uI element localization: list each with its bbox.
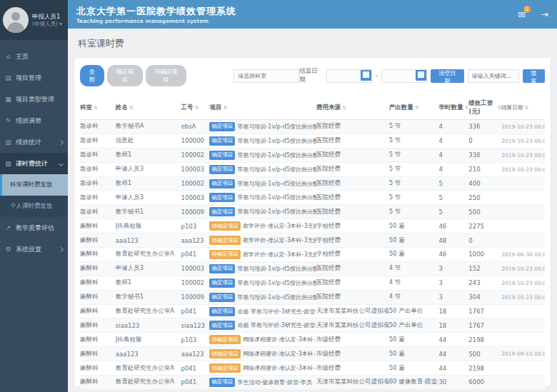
cell-name: 教学秘书1 [116,208,181,216]
column-header[interactable]: 费用来源⇅ [316,99,389,116]
table-row[interactable]: 麻醉科申请人员3100003确定项目带教与培训-1v/p-d5按比例分配医院经费… [80,262,545,276]
table-row[interactable]: 麻醉科J街典校服p103待确定项目网络课程建设-准认定-3本科-3学员市级经费5… [80,333,545,347]
column-header[interactable]: 学时数量⇅ [438,99,468,116]
user-role[interactable]: (申报人员) ▾ [32,21,62,28]
project-status-badge[interactable]: 确定项目 [209,165,235,174]
cell-department: 麻醉科 [80,236,116,245]
table-row[interactable]: 急诊科教学秘书1100009确定项目带教与培训-1v/p-d5按比例分配医院经费… [80,205,545,219]
project-status-badge[interactable]: 确定项目 [209,307,235,316]
sidebar-item-project-type-management[interactable]: ▦ 项目类型管理 [0,89,68,110]
project-status-badge[interactable]: 待确定项目 [209,335,241,344]
cell-fund-source: 天津市某某科技公司虚拟项目 [316,307,389,316]
project-name: 带教与培训-1v/p-d5按比例分配 [237,166,316,172]
sidebar-item-performance-stats[interactable]: ▥ 绩效统计 [0,131,68,153]
table-row[interactable]: 急诊科教学秘书AebsA确定项目带教与培训-1v/p-d5按比例分配医院经费5 … [80,120,545,134]
table-row[interactable]: 麻醉科教学秘书1100009确定项目带教与培训-1v/p-d5按比例分配医院经费… [80,291,545,305]
cell-hours: 4 [438,123,468,130]
project-status-badge[interactable]: 确定项目 [209,378,235,387]
calendar-icon[interactable] [416,70,426,81]
column-header[interactable]: 工号⇅ [181,99,210,116]
table-header-row: 科室⇅姓名⇅工号⇅项目⇅费用来源⇅产出数量⇅学时数量⇅绩效工资(元)⇅结算日期⇅ [80,99,545,120]
cell-project: 待确定项目网络课程建设-准认定-3本科-3学员 [209,363,316,373]
cell-fund-source: 医院经费 [316,194,389,202]
search-input[interactable] [468,69,519,83]
table-row[interactable]: 急诊科教师1100002确定项目带教与培训-1v/p-d5按比例分配医院经费5 … [80,149,545,163]
project-status-badge[interactable]: 确定项目 [209,136,235,146]
sidebar-item-home[interactable]: ⌂ 主页 [0,46,68,67]
cell-project: 确定项目带教与培训-1v/p-d5按比例分配 [209,151,316,160]
project-name: 带教与培训-1v/p-d5按比例分配 [237,208,316,215]
clear-date-button[interactable]: 清空日期 [431,69,464,83]
cell-salary: 6000 [468,378,501,386]
project-status-badge[interactable]: 确定项目 [209,151,235,160]
cell-department: 麻醉科 [80,378,116,386]
project-status-badge[interactable]: 确定项目 [209,264,235,273]
column-header[interactable]: 姓名⇅ [116,99,181,116]
project-status-badge[interactable]: 待确定项目 [209,349,241,358]
user-name: 申报人员1 [32,12,62,21]
table-row[interactable]: 麻醉科siaa123siaa123确定项目命题 带教与评价-3研究生-跟堂-教师… [80,318,545,333]
sort-icon[interactable]: ⇅ [342,105,346,111]
column-header[interactable]: 绩效工资(元)⇅ [468,99,501,116]
cell-output-quantity: 50 遍 [389,236,439,245]
project-status-badge[interactable]: 待确定项目 [209,221,241,231]
table-row[interactable]: 急诊科申请人员3100003确定项目带教与培训-1v/p-d5按比例分配医院经费… [80,191,545,205]
sort-icon[interactable]: ⇅ [415,105,419,111]
sidebar-item-label: 系统设置 [16,245,41,254]
filter-pending-button[interactable]: 待确定项目 [146,65,187,86]
table-row[interactable]: 急诊科教师1100002确定项目带教与培训-1v/p-d5按比例分配医院经费5 … [80,177,545,191]
sidebar-item-system-settings[interactable]: ⚙ 系统设置 [0,238,68,260]
project-status-badge[interactable]: 待确定项目 [209,363,241,373]
project-status-badge[interactable]: 确定项目 [209,179,235,189]
project-status-badge[interactable]: 确定项目 [209,293,235,302]
column-header[interactable]: 结算日期⇅ [501,99,545,116]
project-status-badge[interactable]: 确定项目 [209,193,235,202]
table-row[interactable]: 麻醉科教师1100002确定项目带教与培训-1v/p-d5按比例分配医院经费4 … [80,276,545,291]
cell-fund-source: 医院经费 [316,151,389,159]
cell-employee-id: aaa123 [181,237,210,244]
cell-settle-date: 2019-06-30 00:00:00 [501,251,545,258]
sort-icon[interactable]: ⇅ [129,105,134,111]
filter-all-button[interactable]: 全部 [80,65,104,86]
user-panel[interactable]: 申报人员1 (申报人员) ▾ [0,0,68,40]
table-row[interactable]: 麻醉科aaa123aaa123待确定项目教学评价-准认定-3本科-3无接受人学校… [80,233,545,248]
column-header[interactable]: 项目⇅ [209,99,316,116]
department-select-input[interactable] [234,69,299,83]
cell-hours: 4 [438,137,468,144]
sidebar-item-teaching-quality[interactable]: ↗ 教学质量评估 [0,217,68,238]
sidebar-item-course-fee-stats[interactable]: ▧ 课时费统计 [0,153,68,174]
logout-icon[interactable]: ⇥ [541,9,548,19]
project-status-badge[interactable]: 待确定项目 [209,250,241,259]
calendar-icon[interactable] [361,70,371,81]
sidebar-subitem-personal-course-fee[interactable]: 个人课时费发放 [0,196,68,217]
table-row[interactable]: 麻醉科教育处研究生办公室Ap041待确定项目教学评价-准认定-3本科-3无接受人… [80,248,545,262]
sidebar-subitem-dept-course-fee[interactable]: 科室课时费发放 [0,174,68,196]
column-header[interactable]: 产出数量⇅ [389,99,439,116]
cell-salary: 152 [468,265,501,272]
project-name: 带教与培训-1v/p-d5按比例分配 [237,265,316,271]
sidebar-item-performance-adjust[interactable]: ✎ 绩效调整 [0,110,68,131]
table-row[interactable]: 麻醉科教育处研究生办公室Ap041确定项目学生活动-健康教育-跟堂-学员天津市某… [80,376,545,390]
main-content: 科室课时费 全部 确定项目 待确定项目 结算日期 - 清空日期 搜索 [68,29,557,392]
table-row[interactable]: 麻醉科教育处研究生办公室Ap041确定项目命题 带教与评价-3研究生-跟堂-教师… [80,305,545,319]
sort-icon[interactable]: ⇅ [524,105,528,111]
project-status-badge[interactable]: 待确定项目 [209,236,241,245]
table-row[interactable]: 麻醉科J街典校服p103待确定项目教学评价-准认定-3本科-3无接受人学校经费5… [80,219,545,233]
project-name: 带教与培训-1v/p-d5按比例分配 [237,279,316,286]
search-button[interactable]: 搜索 [523,69,545,83]
sort-icon[interactable]: ⇅ [94,105,98,111]
table-row[interactable]: 急诊科信息处100000确定项目带教与培训-1v/p-d5按比例分配医院经费5 … [80,134,545,149]
sort-icon[interactable]: ⇅ [223,105,227,111]
table-row[interactable]: 急诊科申请人员3100003确定项目带教与培训-1v/p-d5按比例分配医院经费… [80,163,545,177]
message-icon[interactable]: ✉ 1 [518,9,526,20]
project-status-badge[interactable]: 确定项目 [209,122,235,131]
project-status-badge[interactable]: 确定项目 [209,278,235,288]
column-header[interactable]: 科室⇅ [80,99,116,116]
table-row[interactable]: 麻醉科教育处研究生办公室Ap041待确定项目网络课程建设-准认定-3本科-3学员… [80,361,545,376]
filter-confirmed-button[interactable]: 确定项目 [107,65,143,86]
sidebar-item-project-management[interactable]: ▤ 项目管理 [0,67,68,89]
project-status-badge[interactable]: 确定项目 [209,207,235,216]
project-status-badge[interactable]: 确定项目 [209,321,235,330]
table-row[interactable]: 麻醉科aaa123aaa123待确定项目网络课程建设-准认定-3本科-3学员市级… [80,347,545,361]
sort-icon[interactable]: ⇅ [195,105,199,111]
